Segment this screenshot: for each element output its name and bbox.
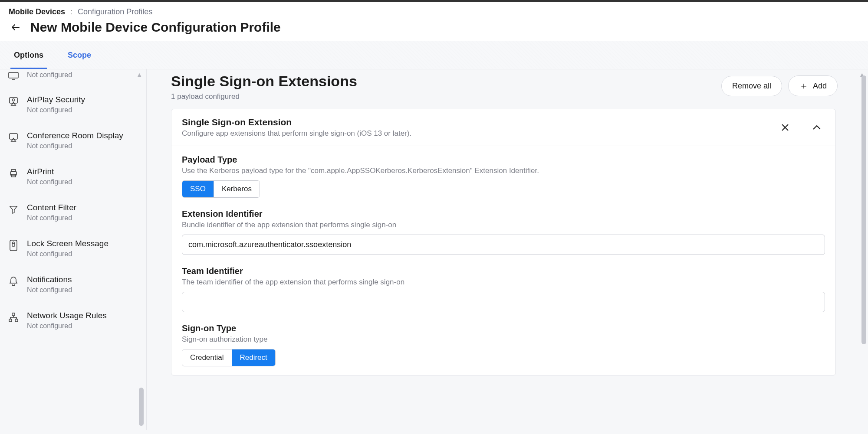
- field-title: Extension Identifier: [182, 209, 825, 219]
- arrow-left-icon: [10, 22, 21, 33]
- card-body: Payload Type Use the Kerberos payload ty…: [171, 146, 835, 375]
- sidebar-item-label: Lock Screen Message: [27, 239, 108, 248]
- svg-rect-12: [12, 244, 15, 246]
- field-title: Team Identifier: [182, 266, 825, 276]
- signon-type-credential[interactable]: Credential: [182, 349, 232, 366]
- sidebar-item-airprint[interactable]: AirPrint Not configured: [0, 158, 146, 194]
- field-title: Payload Type: [182, 155, 825, 165]
- remove-all-button[interactable]: Remove all: [721, 76, 782, 96]
- sidebar-item-status: Not configured: [27, 142, 123, 150]
- sidebar-item-peek[interactable]: Not configured: [0, 69, 146, 86]
- chevron-up-icon: [812, 124, 822, 131]
- svg-marker-3: [11, 102, 16, 105]
- sidebar-item-network-usage-rules[interactable]: Network Usage Rules Not configured: [0, 302, 146, 338]
- content-area: ▲ Single Sign-on Extensions 1 payload co…: [147, 69, 868, 430]
- close-card-button[interactable]: [773, 118, 797, 137]
- sidebar-item-label: Network Usage Rules: [27, 311, 107, 320]
- sidebar-item-label: Conference Room Display: [27, 131, 123, 140]
- svg-rect-9: [11, 174, 16, 177]
- breadcrumb-separator: :: [70, 7, 72, 16]
- payload-type-field: Payload Type Use the Kerberos payload ty…: [182, 155, 825, 198]
- sidebar-item-airplay-security[interactable]: AirPlay Security Not configured: [0, 86, 146, 122]
- svg-rect-14: [9, 319, 12, 322]
- conference-room-icon: [8, 132, 19, 143]
- field-description: Sign-on authorization type: [182, 335, 825, 344]
- svg-rect-1: [9, 72, 18, 78]
- svg-rect-8: [11, 170, 16, 172]
- svg-marker-10: [10, 206, 17, 214]
- extension-identifier-field: Extension Identifier Bundle identifier o…: [182, 209, 825, 255]
- sidebar-item-status: Not configured: [27, 106, 85, 114]
- airplay-security-icon: [8, 96, 19, 107]
- field-description: The team identifier of the app extension…: [182, 278, 825, 287]
- sidebar-item-status: Not configured: [27, 214, 76, 222]
- sidebar-item-status: Not configured: [27, 322, 107, 330]
- field-description: Use the Kerberos payload type for the "c…: [182, 166, 825, 175]
- section-subtitle: 1 payload configured: [171, 92, 357, 101]
- section-title: Single Sign-on Extensions: [171, 73, 357, 90]
- svg-rect-13: [12, 313, 15, 316]
- card-subtitle: Configure app extensions that perform si…: [182, 129, 411, 138]
- sidebar-item-status: Not configured: [27, 250, 108, 258]
- tab-scope[interactable]: Scope: [64, 41, 95, 69]
- content-scrollbar-thumb[interactable]: [861, 75, 866, 344]
- back-button[interactable]: [9, 20, 23, 34]
- sidebar[interactable]: ▲ Not configured AirPlay Security Not co…: [0, 69, 147, 430]
- remove-all-label: Remove all: [732, 82, 771, 91]
- sso-extension-card: Single Sign-on Extension Configure app e…: [171, 109, 836, 375]
- sidebar-item-label: AirPrint: [27, 167, 72, 176]
- signon-type-field: Sign-on Type Sign-on authorization type …: [182, 323, 825, 366]
- team-identifier-field: Team Identifier The team identifier of t…: [182, 266, 825, 312]
- extension-identifier-input[interactable]: [182, 235, 825, 255]
- add-button[interactable]: ＋ Add: [788, 75, 838, 96]
- tabs-bar: Options Scope: [0, 41, 868, 69]
- section-header: Single Sign-on Extensions 1 payload conf…: [171, 73, 855, 101]
- signon-type-redirect[interactable]: Redirect: [232, 349, 275, 366]
- breadcrumb: Mobile Devices : Configuration Profiles: [9, 7, 859, 16]
- scroll-up-indicator: ▲: [136, 71, 143, 79]
- page-title: New Mobile Device Configuration Profile: [30, 20, 281, 35]
- filter-icon: [8, 204, 19, 215]
- sidebar-item-content-filter[interactable]: Content Filter Not configured: [0, 194, 146, 230]
- collapse-card-button[interactable]: [801, 118, 825, 137]
- sidebar-item-status: Not configured: [27, 71, 72, 79]
- team-identifier-input[interactable]: [182, 292, 825, 312]
- plus-icon: ＋: [799, 81, 809, 91]
- network-icon: [8, 312, 19, 323]
- add-label: Add: [813, 82, 827, 91]
- sidebar-item-label: AirPlay Security: [27, 95, 85, 104]
- sidebar-item-lock-screen-message[interactable]: Lock Screen Message Not configured: [0, 230, 146, 266]
- sidebar-item-notifications[interactable]: Notifications Not configured: [0, 266, 146, 302]
- svg-rect-15: [15, 319, 18, 322]
- sidebar-scrollbar-thumb[interactable]: [139, 388, 144, 426]
- payload-type-segmented: SSO Kerberos: [182, 180, 260, 198]
- sidebar-item-status: Not configured: [27, 178, 72, 186]
- card-header: Single Sign-on Extension Configure app e…: [171, 109, 835, 146]
- svg-marker-6: [11, 138, 16, 141]
- close-icon: [781, 123, 789, 132]
- device-icon: [8, 70, 19, 82]
- payload-type-kerberos[interactable]: Kerberos: [214, 181, 260, 197]
- breadcrumb-main[interactable]: Mobile Devices: [9, 7, 65, 16]
- sidebar-item-label: Notifications: [27, 275, 72, 284]
- breadcrumb-sub[interactable]: Configuration Profiles: [78, 7, 152, 16]
- signon-type-segmented: Credential Redirect: [182, 349, 276, 366]
- title-row: New Mobile Device Configuration Profile: [9, 20, 859, 41]
- sidebar-item-status: Not configured: [27, 286, 72, 294]
- card-title: Single Sign-on Extension: [182, 117, 411, 127]
- field-description: Bundle identifier of the app extension t…: [182, 221, 825, 229]
- payload-type-sso[interactable]: SSO: [182, 181, 214, 197]
- tab-options[interactable]: Options: [10, 41, 47, 69]
- svg-rect-4: [13, 99, 14, 101]
- header: Mobile Devices : Configuration Profiles …: [0, 2, 868, 41]
- lock-screen-icon: [8, 240, 19, 251]
- field-title: Sign-on Type: [182, 323, 825, 333]
- bell-icon: [8, 276, 19, 287]
- sidebar-item-label: Content Filter: [27, 203, 76, 212]
- sidebar-item-conference-room-display[interactable]: Conference Room Display Not configured: [0, 122, 146, 158]
- printer-icon: [8, 168, 19, 179]
